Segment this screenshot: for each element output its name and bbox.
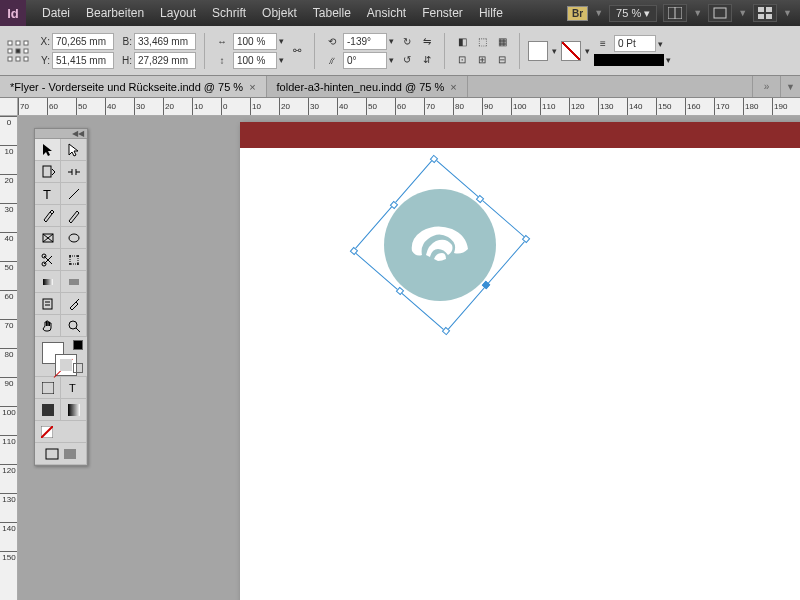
zoom-tool[interactable]: [61, 315, 87, 337]
line-tool[interactable]: [61, 183, 87, 205]
preview-view-icon[interactable]: [63, 448, 77, 460]
scissors-tool[interactable]: [35, 249, 61, 271]
close-icon[interactable]: ×: [450, 81, 456, 93]
apply-color-formatting-container[interactable]: [35, 377, 61, 399]
menu-type[interactable]: Schrift: [204, 6, 254, 20]
apply-color-formatting-text[interactable]: T: [61, 377, 87, 399]
svg-point-28: [69, 263, 71, 265]
view-mode-buttons[interactable]: [35, 443, 87, 465]
reference-point-icon[interactable]: [6, 39, 30, 63]
close-icon[interactable]: ×: [249, 81, 255, 93]
svg-rect-16: [43, 166, 51, 177]
normal-view-icon[interactable]: [45, 448, 59, 460]
handle-mr[interactable]: [476, 195, 484, 203]
scale-y-input[interactable]: 100 %: [233, 52, 277, 69]
svg-line-36: [76, 328, 80, 332]
rotate-ccw-icon[interactable]: ↺: [398, 52, 416, 68]
page[interactable]: [240, 122, 800, 600]
menu-help[interactable]: Hilfe: [471, 6, 511, 20]
handle-bl[interactable]: [442, 327, 450, 335]
view-options-icon[interactable]: [663, 4, 687, 22]
apply-none-button[interactable]: [35, 421, 87, 443]
canvas[interactable]: [18, 116, 800, 600]
rotate-input[interactable]: -139°: [343, 33, 387, 50]
vertical-ruler[interactable]: 0102030405060708090100110120130140150: [0, 116, 18, 600]
svg-rect-32: [43, 299, 52, 309]
svg-rect-9: [24, 41, 28, 45]
rotate-cw-icon[interactable]: ↻: [398, 34, 416, 50]
svg-rect-7: [8, 41, 12, 45]
tab-menu-icon[interactable]: ▼: [780, 76, 800, 97]
menu-table[interactable]: Tabelle: [305, 6, 359, 20]
pencil-tool[interactable]: [61, 205, 87, 227]
height-input[interactable]: 27,829 mm: [134, 52, 196, 69]
select-next-icon[interactable]: ▦: [493, 34, 511, 50]
arrange-docs-icon[interactable]: [753, 4, 777, 22]
bridge-button[interactable]: Br: [567, 6, 588, 21]
horizontal-ruler[interactable]: 7060504030201001020304050607080901001101…: [18, 98, 800, 116]
eyedropper-tool[interactable]: [61, 293, 87, 315]
handle-tr[interactable]: [430, 155, 438, 163]
default-colors-icon[interactable]: [73, 340, 83, 350]
panel-collapse-icon[interactable]: ◀◀: [35, 129, 87, 139]
screen-mode-icon[interactable]: [708, 4, 732, 22]
stroke-style-dropdown[interactable]: [594, 54, 664, 66]
handle-br[interactable]: [522, 235, 530, 243]
constrain-link-icon[interactable]: ⚯: [288, 43, 306, 59]
gradient-feather-tool[interactable]: [61, 271, 87, 293]
apply-gradient-button[interactable]: [61, 399, 87, 421]
pen-tool[interactable]: [35, 205, 61, 227]
handle-bc[interactable]: [482, 281, 490, 289]
fit-frame-icon[interactable]: ⊞: [473, 52, 491, 68]
tools-panel[interactable]: ◀◀ T T: [34, 128, 88, 466]
menu-edit[interactable]: Bearbeiten: [78, 6, 152, 20]
tab-overflow-icon[interactable]: »: [752, 76, 780, 97]
fill-swatch[interactable]: [528, 41, 548, 61]
menu-object[interactable]: Objekt: [254, 6, 305, 20]
apply-color-button[interactable]: [35, 399, 61, 421]
menu-layout[interactable]: Layout: [152, 6, 204, 20]
width-input[interactable]: 33,469 mm: [134, 33, 196, 50]
select-container-icon[interactable]: ◧: [453, 34, 471, 50]
handle-tl[interactable]: [350, 247, 358, 255]
gradient-swatch-tool[interactable]: [35, 271, 61, 293]
doc-tab-flyer[interactable]: *Flyer - Vorderseite und Rückseite.indd …: [0, 76, 267, 97]
direct-selection-tool[interactable]: [61, 139, 87, 161]
x-input[interactable]: 70,265 mm: [52, 33, 114, 50]
rectangle-tool[interactable]: [61, 227, 87, 249]
scale-x-input[interactable]: 100 %: [233, 33, 277, 50]
selected-object[interactable]: [378, 183, 502, 307]
flip-v-icon[interactable]: ⇵: [418, 52, 436, 68]
stroke-swatch[interactable]: [561, 41, 581, 61]
stroke-weight-input[interactable]: 0 Pt: [614, 35, 656, 52]
rectangle-frame-tool[interactable]: [35, 227, 61, 249]
menu-view[interactable]: Ansicht: [359, 6, 414, 20]
hand-tool[interactable]: [35, 315, 61, 337]
y-input[interactable]: 51,415 mm: [52, 52, 114, 69]
selection-tool[interactable]: [35, 139, 61, 161]
free-transform-tool[interactable]: [61, 249, 87, 271]
note-tool[interactable]: [35, 293, 61, 315]
select-content-icon[interactable]: ⬚: [473, 34, 491, 50]
menu-window[interactable]: Fenster: [414, 6, 471, 20]
fill-stroke-swatches[interactable]: [35, 337, 87, 377]
menu-file[interactable]: Datei: [34, 6, 78, 20]
gap-tool[interactable]: [61, 161, 87, 183]
svg-text:T: T: [43, 187, 51, 201]
doc-tab-folder[interactable]: folder-a3-hinten_neu.indd @ 75 % ×: [267, 76, 468, 97]
svg-rect-37: [42, 382, 54, 394]
center-content-icon[interactable]: ⊟: [493, 52, 511, 68]
handle-ml[interactable]: [396, 287, 404, 295]
zoom-level-dropdown[interactable]: 75 % ▾: [609, 5, 657, 22]
handle-tc[interactable]: [390, 201, 398, 209]
type-tool[interactable]: T: [35, 183, 61, 205]
shear-input[interactable]: 0°: [343, 52, 387, 69]
svg-rect-11: [16, 49, 20, 53]
swap-colors-icon[interactable]: [73, 363, 83, 373]
page-tool[interactable]: [35, 161, 61, 183]
flip-h-icon[interactable]: ⇋: [418, 34, 436, 50]
svg-rect-43: [46, 449, 58, 459]
fit-content-icon[interactable]: ⊡: [453, 52, 471, 68]
selection-bounding-box[interactable]: [353, 158, 528, 333]
ruler-origin[interactable]: [0, 98, 18, 116]
